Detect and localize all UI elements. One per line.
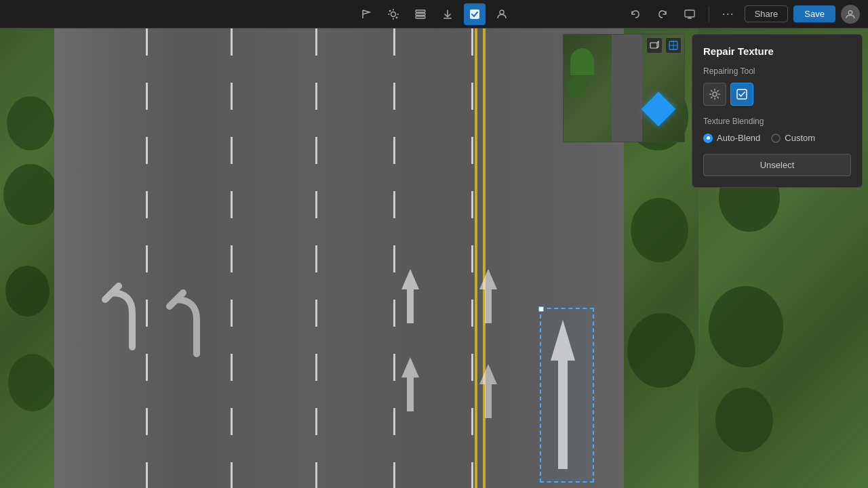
road-arrow-selected [542, 313, 583, 476]
layers-tool-btn[interactable] [410, 3, 431, 25]
monitor-btn[interactable] [679, 3, 701, 25]
auto-blend-label: Auto-Blend [717, 133, 760, 143]
import-tool-btn[interactable] [437, 3, 458, 25]
lane-line-3 [315, 28, 317, 488]
custom-option[interactable]: Custom [771, 133, 815, 143]
svg-point-18 [848, 10, 852, 14]
toolbar-divider [709, 6, 709, 22]
svg-rect-11 [416, 16, 425, 18]
road-arrow-4 [471, 361, 505, 422]
more-btn[interactable]: ··· [717, 3, 739, 25]
lane-line-4 [393, 28, 395, 488]
unselect-button[interactable]: Unselect [703, 154, 851, 176]
repairing-tool-icons [703, 83, 851, 106]
redo-btn[interactable] [652, 3, 673, 25]
texture-blending-label: Texture Blending [703, 117, 851, 126]
selection-tool-btn[interactable] [355, 3, 377, 25]
svg-marker-21 [479, 269, 497, 323]
toolbar-right: ··· Share Save [625, 3, 860, 25]
svg-rect-15 [685, 10, 694, 17]
toolbar-center [355, 3, 513, 25]
toolbar: ··· Share Save [0, 0, 868, 28]
undo-btn[interactable] [625, 3, 646, 25]
share-button[interactable]: Share [745, 5, 789, 22]
svg-marker-20 [401, 357, 419, 411]
svg-rect-9 [416, 10, 425, 12]
gear-tool-btn[interactable] [703, 83, 726, 106]
right-panel: Repair Texture Repairing Tool Texture Bl… [692, 34, 863, 188]
selection-handle[interactable] [538, 306, 544, 312]
svg-marker-22 [479, 364, 497, 418]
svg-point-0 [391, 12, 396, 16]
main-content: Repair Texture Repairing Tool Texture Bl… [0, 28, 868, 488]
svg-rect-10 [416, 13, 425, 15]
sun-tool-btn[interactable] [382, 3, 404, 25]
road-arrow-1 [393, 266, 427, 327]
svg-marker-19 [401, 269, 419, 323]
texture-repair-tool-btn[interactable] [464, 3, 486, 25]
custom-label: Custom [785, 133, 815, 143]
texture-tool-btn[interactable] [730, 83, 753, 106]
minimap-top-btn[interactable] [665, 37, 682, 54]
minimap [563, 34, 685, 142]
road-arrow-3 [471, 266, 505, 327]
custom-radio[interactable] [771, 134, 781, 143]
user-tool-btn[interactable] [491, 3, 513, 25]
repairing-tool-label: Repairing Tool [703, 66, 851, 76]
road-arrow-left-1 [98, 279, 153, 354]
svg-rect-29 [737, 89, 747, 99]
save-button[interactable]: Save [793, 5, 835, 22]
road-arrow-2 [393, 354, 427, 415]
svg-point-14 [500, 10, 504, 14]
minimap-3d-btn[interactable] [646, 37, 663, 54]
lane-line-2 [231, 28, 233, 488]
panel-title: Repair Texture [703, 45, 851, 57]
auto-blend-radio[interactable] [703, 134, 713, 143]
auto-blend-option[interactable]: Auto-Blend [703, 133, 760, 143]
lane-line-1 [146, 28, 148, 488]
svg-marker-23 [551, 320, 575, 469]
svg-rect-24 [650, 43, 657, 48]
more-icon: ··· [722, 7, 734, 21]
blending-options: Auto-Blend Custom [703, 133, 851, 143]
road-arrow-left-2 [163, 286, 217, 361]
minimap-controls [646, 37, 682, 54]
avatar[interactable] [841, 5, 860, 24]
svg-point-28 [713, 92, 717, 96]
